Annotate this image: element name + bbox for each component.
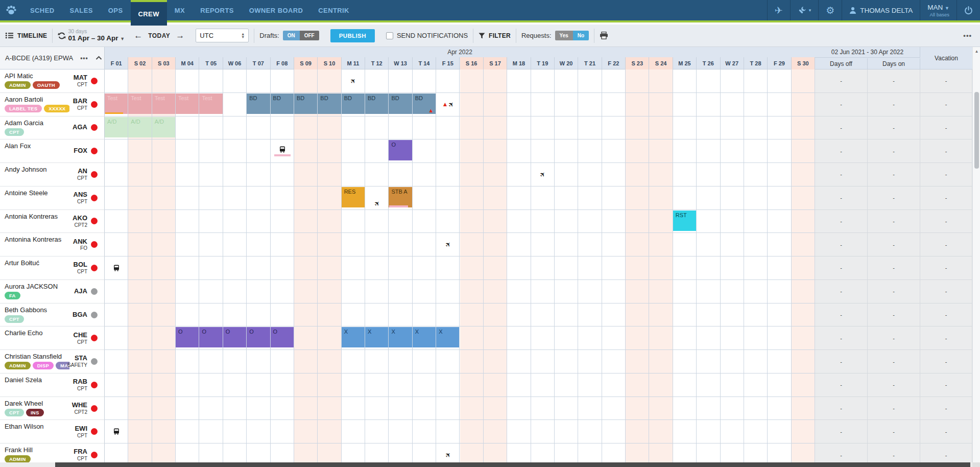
grid-cell[interactable]: [649, 326, 673, 349]
grid-cell[interactable]: [602, 163, 626, 186]
grid-cell[interactable]: [507, 186, 531, 209]
grid-cell[interactable]: [673, 280, 697, 303]
grid-cell[interactable]: [389, 163, 412, 186]
nav-tab-reports[interactable]: REPORTS: [193, 0, 242, 20]
grid-cell[interactable]: [365, 420, 389, 443]
grid-cell[interactable]: [744, 280, 768, 303]
grid-cell[interactable]: [484, 350, 507, 373]
grid-cell[interactable]: [271, 420, 294, 443]
grid-cell[interactable]: [697, 116, 720, 139]
duty-block-test[interactable]: Test: [105, 94, 128, 114]
grid-cell[interactable]: [507, 210, 531, 233]
crew-cell-sta[interactable]: Christian StansfieldADMINDISPMANSTASAFET…: [0, 350, 105, 373]
grid-cell[interactable]: [436, 350, 460, 373]
grid-cell[interactable]: [626, 139, 649, 162]
grid-cell[interactable]: [199, 397, 223, 420]
nav-tab-sales[interactable]: SALES: [62, 0, 101, 20]
grid-cell[interactable]: [697, 350, 720, 373]
collapse-chevron-up-icon[interactable]: [95, 56, 102, 60]
grid-cell[interactable]: [721, 397, 744, 420]
logout-power-icon[interactable]: [957, 0, 980, 20]
grid-cell[interactable]: [199, 350, 223, 373]
grid-cell[interactable]: [649, 420, 673, 443]
grid-cell[interactable]: [721, 69, 744, 92]
grid-cell[interactable]: [602, 420, 626, 443]
grid-cell[interactable]: [342, 163, 365, 186]
duty-icons[interactable]: [105, 420, 128, 443]
grid-cell[interactable]: [602, 373, 626, 396]
grid-cell[interactable]: [294, 303, 318, 326]
grid-cell[interactable]: [626, 116, 649, 139]
grid-cell[interactable]: [460, 303, 484, 326]
grid-cell[interactable]: [413, 373, 436, 396]
grid-cell[interactable]: [199, 280, 223, 303]
grid-cell[interactable]: [697, 163, 720, 186]
day-header-f-15[interactable]: F 15: [436, 57, 460, 69]
grid-cell[interactable]: [484, 69, 507, 92]
grid-cell[interactable]: [105, 139, 128, 162]
grid-cell[interactable]: [602, 350, 626, 373]
grid-cell[interactable]: [531, 116, 555, 139]
day-header-m-11[interactable]: M 11: [342, 57, 365, 69]
grid-cell[interactable]: [649, 280, 673, 303]
grid-cell[interactable]: [460, 233, 484, 256]
grid-cell[interactable]: [744, 373, 768, 396]
grid-cell[interactable]: [389, 303, 412, 326]
grid-cell[interactable]: [105, 326, 128, 349]
grid-cell[interactable]: [247, 397, 270, 420]
grid-cell[interactable]: [555, 326, 578, 349]
grid-cell[interactable]: [507, 93, 531, 116]
grid-cell[interactable]: [507, 233, 531, 256]
grid-cell[interactable]: [578, 303, 602, 326]
grid-cell[interactable]: [578, 280, 602, 303]
grid-cell[interactable]: [223, 93, 247, 116]
grid-cell[interactable]: [105, 280, 128, 303]
grid-cell[interactable]: [176, 397, 199, 420]
grid-cell[interactable]: [105, 373, 128, 396]
grid-cell[interactable]: [768, 420, 791, 443]
crew-cell-bol[interactable]: Artur BołtućBOLCPT: [0, 256, 105, 280]
grid-cell[interactable]: [673, 420, 697, 443]
grid-cell[interactable]: [294, 116, 318, 139]
grid-cell[interactable]: [294, 139, 318, 162]
day-header-s-03[interactable]: S 03: [152, 57, 176, 69]
crew-cell-ank[interactable]: Antonina KontrerasANKFO: [0, 233, 105, 256]
grid-cell[interactable]: [768, 69, 791, 92]
duty-block-x[interactable]: X: [436, 327, 459, 347]
grid-cell[interactable]: [555, 397, 578, 420]
duty-block-o[interactable]: O: [389, 140, 412, 160]
grid-cell[interactable]: [484, 186, 507, 209]
day-header-w-20[interactable]: W 20: [555, 57, 578, 69]
grid-cell[interactable]: [365, 139, 389, 162]
grid-cell[interactable]: [460, 350, 484, 373]
grid-cell[interactable]: [152, 397, 176, 420]
grid-cell[interactable]: [199, 233, 223, 256]
grid-cell[interactable]: [768, 326, 791, 349]
duty-block-bd[interactable]: BD: [294, 94, 317, 114]
grid-cell[interactable]: [365, 116, 389, 139]
crew-cell-bar[interactable]: Aaron BartoliLABEL TESXXXXXBARCPT: [0, 93, 105, 116]
grid-cell[interactable]: [578, 350, 602, 373]
duty-icons[interactable]: ✈: [436, 233, 460, 256]
grid-cell[interactable]: [626, 256, 649, 279]
grid-cell[interactable]: [389, 210, 412, 233]
day-header-w-06[interactable]: W 06: [223, 57, 247, 69]
day-header-m-25[interactable]: M 25: [673, 57, 697, 69]
refresh-button[interactable]: [58, 32, 66, 40]
drafts-on-option[interactable]: ON: [283, 31, 300, 40]
grid-cell[interactable]: [673, 256, 697, 279]
grid-cell[interactable]: [389, 256, 412, 279]
grid-cell[interactable]: [792, 280, 815, 303]
grid-cell[interactable]: [199, 186, 223, 209]
grid-cell[interactable]: [649, 256, 673, 279]
duty-block-a-d[interactable]: A/D: [152, 117, 175, 137]
grid-cell[interactable]: [626, 186, 649, 209]
grid-cell[interactable]: [460, 373, 484, 396]
day-header-t-19[interactable]: T 19: [531, 57, 555, 69]
grid-cell[interactable]: [342, 420, 365, 443]
grid-cell[interactable]: [176, 139, 199, 162]
day-header-t-26[interactable]: T 26: [697, 57, 720, 69]
grid-cell[interactable]: [365, 210, 389, 233]
grid-cell[interactable]: [768, 116, 791, 139]
grid-cell[interactable]: [460, 163, 484, 186]
